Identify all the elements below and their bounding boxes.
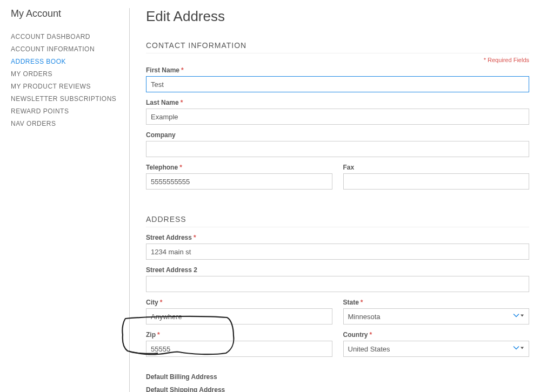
sidebar-item-account-dashboard[interactable]: ACCOUNT DASHBOARD (11, 30, 118, 43)
telephone-label: Telephone* (146, 164, 332, 171)
last-name-input[interactable] (146, 109, 529, 125)
defaults: Default Billing Address Default Shipping… (146, 373, 529, 392)
sidebar: My Account ACCOUNT DASHBOARD ACCOUNT INF… (11, 8, 130, 392)
required-fields-note: * Required Fields (146, 57, 529, 63)
first-name-label: First Name* (146, 66, 529, 74)
state-label: State* (343, 299, 530, 306)
zip-input[interactable] (146, 341, 332, 357)
page-title: Edit Address (146, 8, 529, 25)
default-billing-label: Default Billing Address (146, 373, 529, 381)
country-label: Country* (343, 331, 530, 339)
sidebar-item-label: MY PRODUCT REVIEWS (11, 83, 91, 90)
street-address-label: Street Address* (146, 234, 529, 241)
sidebar-item-label: NEWSLETTER SUBSCRIPTIONS (11, 95, 116, 103)
fax-label: Fax (343, 164, 530, 171)
sidebar-list: ACCOUNT DASHBOARD ACCOUNT INFORMATION AD… (11, 30, 118, 130)
street-address-2-input[interactable] (146, 276, 529, 292)
section-contact-title: CONTACT INFORMATION (146, 41, 529, 53)
company-input[interactable] (146, 141, 529, 157)
sidebar-item-label: REWARD POINTS (11, 107, 69, 115)
last-name-label: Last Name* (146, 99, 529, 106)
city-input[interactable] (146, 308, 332, 325)
country-select[interactable]: United States (343, 341, 530, 357)
sidebar-item-account-information[interactable]: ACCOUNT INFORMATION (11, 43, 118, 55)
sidebar-item-label: ACCOUNT INFORMATION (11, 45, 95, 53)
sidebar-item-my-orders[interactable]: MY ORDERS (11, 67, 118, 80)
company-label: Company (146, 131, 529, 139)
sidebar-item-address-book[interactable]: ADDRESS BOOK (11, 55, 118, 67)
sidebar-item-label: MY ORDERS (11, 70, 52, 78)
sidebar-item-newsletter-subscriptions[interactable]: NEWSLETTER SUBSCRIPTIONS (11, 92, 118, 105)
sidebar-item-label: NAV ORDERS (11, 120, 56, 127)
sidebar-item-label: ADDRESS BOOK (11, 58, 66, 65)
default-shipping-label: Default Shipping Address (146, 386, 529, 392)
state-select[interactable]: Minnesota (343, 308, 530, 325)
sidebar-item-my-product-reviews[interactable]: MY PRODUCT REVIEWS (11, 80, 118, 92)
section-address-title: ADDRESS (146, 215, 529, 227)
street-address-input[interactable] (146, 244, 529, 260)
city-label: City* (146, 299, 332, 306)
sidebar-item-reward-points[interactable]: REWARD POINTS (11, 105, 118, 117)
sidebar-item-label: ACCOUNT DASHBOARD (11, 33, 90, 40)
sidebar-title: My Account (11, 8, 118, 19)
zip-label: Zip* (146, 331, 332, 339)
telephone-input[interactable] (146, 173, 332, 190)
sidebar-item-nav-orders[interactable]: NAV ORDERS (11, 117, 118, 130)
main-content: Edit Address CONTACT INFORMATION * Requi… (130, 8, 529, 392)
fax-input[interactable] (343, 173, 530, 190)
street-address-2-label: Street Address 2 (146, 266, 529, 274)
first-name-input[interactable] (146, 76, 529, 92)
